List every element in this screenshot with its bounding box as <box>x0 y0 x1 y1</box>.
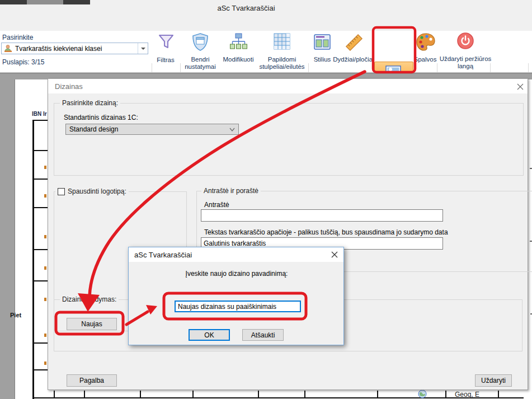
preview-cell-mark <box>44 266 46 270</box>
name-dialog-title: aSc Tvarkaraščiai <box>134 251 192 259</box>
extra-columns-rows-label: Papildomi stulpeliai/eilutės <box>254 56 310 71</box>
preview-table-line <box>32 342 49 344</box>
preview-edge-mark <box>530 168 532 169</box>
preview-table-line <box>32 249 49 250</box>
preview-cell-mark <box>44 194 46 198</box>
ribbon: Pasirinkite Tvarkaraštis kiekvienai klas… <box>0 31 532 72</box>
preview-table-header: IBN Ir <box>32 111 47 117</box>
funnel-icon <box>157 33 175 51</box>
window-titlebar: aSc Tvarkaraščiai <box>0 0 532 16</box>
cancel-button[interactable]: Atšaukti <box>242 329 284 341</box>
globe-icon <box>418 389 427 398</box>
palette-icon <box>415 32 436 52</box>
window-title: aSc Tvarkaraščiai <box>190 4 302 12</box>
preview-table-line <box>32 150 49 151</box>
close-preview-button[interactable]: Uždaryti peržiūros langą <box>437 31 493 71</box>
chevron-down-icon <box>229 128 235 132</box>
header-field-label: Antraštė <box>204 201 229 209</box>
view-select-value: Tvarkaraštis kiekvienai klasei <box>15 45 102 53</box>
window-style-icon <box>313 34 331 50</box>
general-settings-button[interactable]: Bendri nustatymai <box>179 32 222 71</box>
preview-cell-mark <box>44 334 46 337</box>
preview-table-line <box>32 120 49 121</box>
print-logo-checkbox[interactable] <box>58 188 65 195</box>
colors-button[interactable]: Spalvos <box>412 32 439 71</box>
filter-button-label: Filtras <box>151 57 180 64</box>
preview-cell-mark <box>44 298 46 301</box>
colors-button-label: Spalvos <box>412 56 439 63</box>
new-design-name-input[interactable] <box>175 301 301 312</box>
general-settings-label: Bendri nustatymai <box>179 56 222 71</box>
sizes-widths-label: Dydžiai/pločiai <box>330 56 377 63</box>
preview-cell-mark <box>44 362 46 365</box>
close-dialog-button[interactable]: Uždaryti <box>475 374 512 387</box>
power-icon <box>456 31 475 50</box>
close-icon[interactable] <box>516 82 525 91</box>
background-window-fragment <box>0 0 27 4</box>
preview-table-border <box>32 120 34 399</box>
extra-columns-rows-button[interactable]: Papildomi stulpeliai/eilutės <box>254 32 310 71</box>
preview-day-label: Piet <box>10 312 21 318</box>
new-design-button[interactable]: Naujas <box>67 318 117 330</box>
grid-icon <box>273 32 291 50</box>
preview-table-line <box>32 369 49 370</box>
modify-button-label: Modifikuoti <box>218 56 258 63</box>
shield-icon <box>191 32 209 51</box>
standard-design-value: Standard design <box>69 125 118 133</box>
org-chart-icon <box>229 32 247 51</box>
background-window-fragment <box>63 0 90 4</box>
view-select-combo[interactable]: Tvarkaraštis kiekvienai klasei <box>1 43 148 54</box>
ruler-icon <box>344 32 364 53</box>
header-input[interactable] <box>201 209 443 222</box>
header-footer-group-label: Antraštė ir poraštė <box>201 187 261 195</box>
page-status: Puslapis: 3/15 <box>2 58 44 66</box>
preview-cell-text: Geog, E <box>455 391 479 398</box>
footer-field-label: Tekstas tvarkaraščio apačioje - palikus … <box>204 228 448 236</box>
select-label: Pasirinkite <box>2 34 33 41</box>
menu-tab-row: Aprašymai Peržiūra Tvarkaraštis Pasirink… <box>0 16 532 31</box>
design-dialog-title: Dizainas <box>55 82 83 91</box>
app-window: aSc Tvarkaraščiai Aprašymai Peržiūra Tva… <box>0 0 532 399</box>
ok-button[interactable]: OK <box>189 329 230 341</box>
design-management-group-label: Dizaino valdymas: <box>60 295 119 303</box>
preview-table-line <box>32 179 49 180</box>
name-dialog-titlebar[interactable]: aSc Tvarkaraščiai <box>129 247 343 262</box>
close-icon[interactable] <box>330 250 339 259</box>
chevron-down-icon[interactable] <box>138 43 148 54</box>
preview-cell-mark <box>44 166 46 169</box>
new-design-name-dialog: aSc Tvarkaraščiai Įveskite naujo dizaino… <box>128 247 344 345</box>
filter-button[interactable]: Filtras <box>151 32 180 71</box>
standard-design-combo[interactable]: Standard design <box>65 124 239 135</box>
help-button[interactable]: Pagalba <box>67 374 117 387</box>
preview-table-line <box>32 207 49 208</box>
modify-button[interactable]: Modifikuoti <box>218 32 258 71</box>
background-window-fragment <box>27 0 63 4</box>
close-preview-label: Uždaryti peržiūros langą <box>437 55 493 70</box>
sizes-widths-button[interactable]: Dydžiai/pločiai <box>330 32 377 71</box>
name-dialog-prompt: Įveskite naujo dizaino pavadinimą: <box>129 270 345 278</box>
preview-table-line <box>32 397 524 398</box>
select-design-group-label: Pasirinkite dizainą: <box>60 99 120 107</box>
design-dialog-titlebar[interactable]: Dizainas <box>48 79 528 93</box>
print-logo-label: Spausdinti logotipą: <box>68 187 126 195</box>
standard-design-label: Standartinis dizainas 1C: <box>64 114 138 121</box>
preview-table-line <box>32 280 49 281</box>
teacher-icon <box>4 44 12 53</box>
preview-cell-mark <box>44 235 46 238</box>
